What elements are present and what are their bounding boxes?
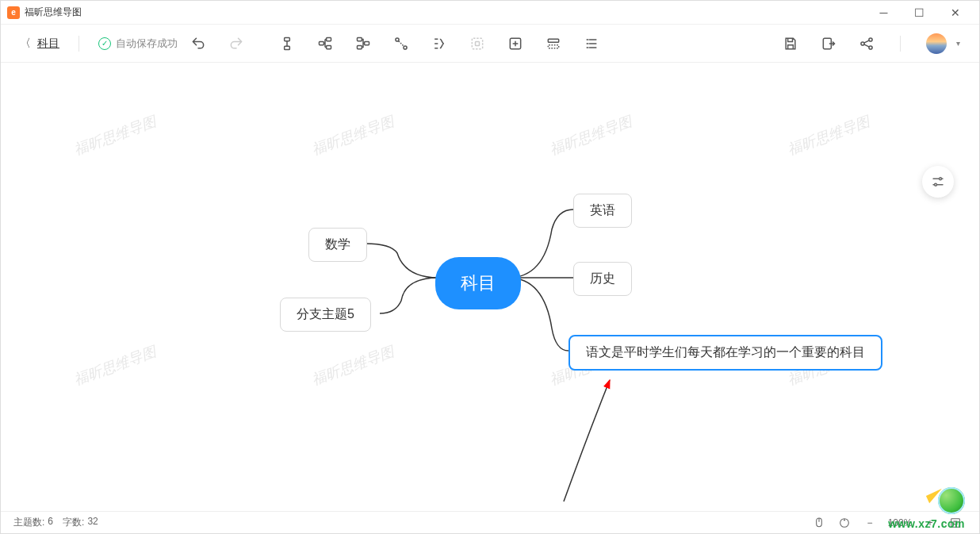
maximize-button[interactable]: ☐ (902, 1, 937, 25)
node-left-1[interactable]: 数学 (308, 228, 367, 262)
watermark: 福昕思维导图 (309, 112, 396, 159)
separator (900, 36, 901, 52)
stats: 主题数: 6 字数: 32 (13, 516, 98, 529)
node-tools (273, 29, 606, 58)
word-count-label: 字数: (63, 516, 84, 529)
zoom-out-button[interactable]: − (859, 513, 881, 532)
node-left-2[interactable]: 分支主题5 (280, 298, 371, 332)
watermark: 福昕思维导图 (71, 342, 159, 389)
history-tools (184, 29, 251, 58)
app-title: 福昕思维导图 (25, 6, 866, 19)
app-logo-icon: e (7, 6, 20, 19)
svg-rect-2 (320, 41, 324, 44)
svg-point-20 (940, 178, 942, 180)
minimize-button[interactable]: ─ (866, 1, 902, 25)
user-avatar[interactable] (926, 33, 947, 54)
chevron-down-icon[interactable]: ▾ (956, 39, 960, 48)
document-name: 科目 (37, 36, 59, 51)
chevron-left-icon: 〈 (20, 36, 31, 51)
svg-rect-24 (951, 518, 960, 527)
mindmap-canvas[interactable]: 福昕思维导图 福昕思维导图 福昕思维导图 福昕思维导图 福昕思维导图 福昕思维导… (1, 63, 979, 511)
svg-point-21 (935, 183, 937, 186)
export-button[interactable] (814, 29, 843, 58)
watermark: 福昕思维导图 (785, 112, 872, 159)
relationship-button[interactable] (387, 29, 415, 58)
autosave-status: ✓ 自动保存成功 (98, 36, 178, 51)
central-node[interactable]: 科目 (435, 257, 521, 309)
svg-rect-0 (285, 37, 290, 40)
separator (78, 36, 79, 52)
node-right-3-selected[interactable]: 语文是平时学生们每天都在学习的一个重要的科目 (568, 335, 882, 371)
file-tools (776, 29, 881, 58)
svg-point-8 (396, 37, 399, 40)
zoom-level: 100% (884, 517, 916, 528)
watermark: 福昕思维导图 (309, 342, 396, 389)
fit-view-button[interactable] (944, 513, 967, 532)
mouse-mode-button[interactable] (808, 513, 830, 532)
svg-rect-6 (358, 45, 362, 48)
format-button[interactable] (539, 29, 568, 58)
watermark: 福昕思维导图 (547, 112, 634, 159)
svg-rect-11 (476, 41, 480, 45)
toolbar: 〈 科目 ✓ 自动保存成功 (1, 25, 979, 63)
svg-rect-1 (285, 46, 290, 49)
watermark: 福昕思维导图 (71, 112, 159, 159)
svg-rect-25 (954, 521, 957, 524)
save-button[interactable] (776, 29, 805, 58)
style-settings-button[interactable] (922, 166, 954, 198)
node-right-2[interactable]: 历史 (573, 262, 632, 296)
svg-rect-14 (548, 44, 558, 48)
boundary-button[interactable] (463, 29, 492, 58)
word-count-value: 32 (87, 516, 98, 529)
redo-button[interactable] (222, 29, 251, 58)
autosave-label: 自动保存成功 (116, 36, 178, 51)
outline-button[interactable] (577, 29, 606, 58)
add-subtopic-button[interactable] (273, 29, 301, 58)
svg-rect-10 (472, 38, 482, 48)
statusbar: 主题数: 6 字数: 32 − 100% + (1, 511, 979, 533)
add-sibling-button[interactable] (311, 29, 339, 58)
close-button[interactable]: ✕ (937, 1, 973, 25)
node-right-1[interactable]: 英语 (573, 194, 632, 228)
svg-rect-4 (327, 45, 331, 48)
undo-button[interactable] (184, 29, 212, 58)
center-view-button[interactable] (833, 513, 856, 532)
zoom-in-button[interactable]: + (919, 513, 941, 532)
topic-count-value: 6 (48, 516, 53, 529)
svg-rect-3 (327, 37, 331, 40)
back-button[interactable]: 〈 科目 (20, 36, 59, 51)
svg-rect-5 (358, 37, 362, 40)
add-parent-button[interactable] (349, 29, 377, 58)
summary-button[interactable] (425, 29, 454, 58)
svg-rect-13 (548, 39, 558, 42)
check-circle-icon: ✓ (98, 37, 111, 50)
svg-point-9 (404, 45, 407, 48)
svg-rect-7 (365, 41, 369, 44)
topic-count-label: 主题数: (13, 516, 44, 529)
share-button[interactable] (852, 29, 881, 58)
insert-button[interactable] (501, 29, 530, 58)
window-controls: ─ ☐ ✕ (866, 1, 973, 25)
titlebar: e 福昕思维导图 ─ ☐ ✕ (1, 1, 979, 25)
